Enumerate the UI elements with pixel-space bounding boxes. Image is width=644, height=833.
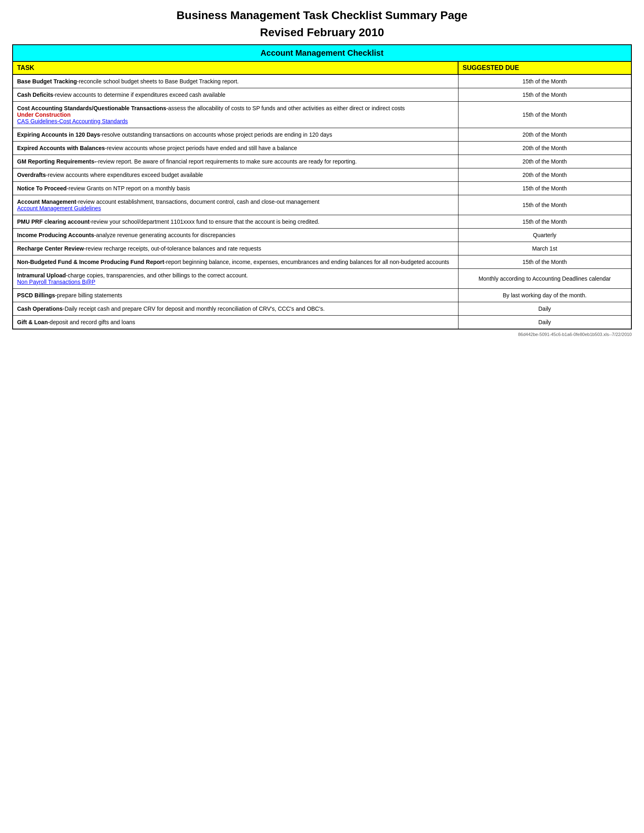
table-row: Intramural Upload-charge copies, transpa… — [13, 268, 631, 288]
task-cell: PSCD Billings-prepare billing statements — [13, 288, 458, 302]
task-normal-text: -charge copies, transparencies, and othe… — [66, 272, 248, 279]
task-cell: Cost Accounting Standards/Questionable T… — [13, 101, 458, 128]
task-bold-text: Intramural Upload — [17, 272, 66, 279]
task-cell: Non-Budgeted Fund & Income Producing Fun… — [13, 255, 458, 268]
due-cell: 15th of the Month — [458, 74, 631, 88]
table-row: Base Budget Tracking-reconcile school bu… — [13, 74, 631, 88]
main-table: Account Management Checklist TASK SUGGES… — [12, 44, 632, 329]
task-cell: GM Reporting Requirements--review report… — [13, 155, 458, 168]
task-bold-text: PMU PRF clearing account — [17, 218, 90, 225]
table-row: Notice To Proceed-review Grants on NTP r… — [13, 181, 631, 195]
table-row: Gift & Loan-deposit and record gifts and… — [13, 315, 631, 329]
due-cell: Monthly according to Accounting Deadline… — [458, 268, 631, 288]
table-row: PSCD Billings-prepare billing statements… — [13, 288, 631, 302]
due-cell: 15th of the Month — [458, 101, 631, 128]
task-cell: Recharge Center Review-review recharge r… — [13, 242, 458, 255]
checklist-header: Account Management Checklist — [13, 45, 631, 61]
column-header-row: TASK SUGGESTED DUE — [13, 61, 631, 74]
table-row: Cost Accounting Standards/Questionable T… — [13, 101, 631, 128]
task-bold-text: Recharge Center Review — [17, 245, 84, 252]
under-construction-label: Under Construction — [17, 111, 70, 118]
due-cell: March 1st — [458, 242, 631, 255]
task-cell: Expiring Accounts in 120 Days-resolve ou… — [13, 128, 458, 141]
table-row: PMU PRF clearing account-review your sch… — [13, 215, 631, 228]
task-cell: Expired Accounts with Balances-review ac… — [13, 141, 458, 155]
task-normal-text: -review your school/department 1101xxxx … — [90, 218, 319, 225]
task-normal-text: -review accounts whose project periods h… — [105, 145, 297, 151]
footer: 86d442be-5091-45c6-b1a6-0fe80eb1b503.xls… — [12, 332, 632, 337]
task-bold-text: PSCD Billings — [17, 292, 55, 299]
task-normal-text: -review accounts to determine if expendi… — [53, 92, 225, 98]
task-cell: Base Budget Tracking-reconcile school bu… — [13, 74, 458, 88]
task-cell: Account Management-review account establ… — [13, 195, 458, 215]
task-link[interactable]: CAS Guidelines-Cost Accounting Standards — [17, 118, 128, 124]
task-cell: PMU PRF clearing account-review your sch… — [13, 215, 458, 228]
task-cell: Cash Deficits-review accounts to determi… — [13, 88, 458, 101]
task-bold-text: Overdrafts — [17, 172, 46, 178]
task-link[interactable]: Non Payroll Transactions B@P — [17, 279, 95, 285]
task-cell: Cash Operations-Daily receipt cash and p… — [13, 302, 458, 315]
table-row: Income Producing Accounts-analyze revenu… — [13, 228, 631, 242]
task-bold-text: GM Reporting Requirements- — [17, 158, 96, 165]
task-normal-text: -assess the allocability of costs to SP … — [166, 105, 405, 111]
table-row: Expired Accounts with Balances-review ac… — [13, 141, 631, 155]
task-normal-text: -review recharge receipts, out-of-tolera… — [84, 245, 261, 252]
task-bold-text: Expired Accounts with Balances — [17, 145, 105, 151]
task-bold-text: Cost Accounting Standards/Questionable T… — [17, 105, 166, 111]
table-row: Cash Operations-Daily receipt cash and p… — [13, 302, 631, 315]
task-cell: Overdrafts-review accounts where expendi… — [13, 168, 458, 181]
task-bold-text: Non-Budgeted Fund & Income Producing Fun… — [17, 259, 164, 265]
task-cell: Notice To Proceed-review Grants on NTP r… — [13, 181, 458, 195]
due-cell: 15th of the Month — [458, 181, 631, 195]
task-bold-text: Cash Deficits — [17, 92, 53, 98]
table-row: Cash Deficits-review accounts to determi… — [13, 88, 631, 101]
due-cell: 20th of the Month — [458, 155, 631, 168]
due-cell: 20th of the Month — [458, 141, 631, 155]
task-cell: Income Producing Accounts-analyze revenu… — [13, 228, 458, 242]
task-normal-text: -reconcile school budget sheets to Base … — [77, 78, 239, 85]
col-task-header: TASK — [13, 61, 458, 74]
task-bold-text: Gift & Loan — [17, 319, 48, 325]
task-cell: Intramural Upload-charge copies, transpa… — [13, 268, 458, 288]
due-cell: 15th of the Month — [458, 255, 631, 268]
due-cell: 15th of the Month — [458, 195, 631, 215]
task-normal-text: -review accounts where expenditures exce… — [46, 172, 203, 178]
due-cell: 15th of the Month — [458, 215, 631, 228]
due-cell: 15th of the Month — [458, 88, 631, 101]
task-link[interactable]: Account Management Guidelines — [17, 205, 101, 212]
checklist-header-row: Account Management Checklist — [13, 45, 631, 61]
task-cell: Gift & Loan-deposit and record gifts and… — [13, 315, 458, 329]
task-normal-text: -review account establishment, transacti… — [76, 198, 319, 205]
task-normal-text: -deposit and record gifts and loans — [48, 319, 135, 325]
page-title: Business Management Task Checklist Summa… — [12, 8, 632, 40]
task-normal-text: -review report. Be aware of financial re… — [96, 158, 356, 165]
task-normal-text: -review Grants on NTP report on a monthl… — [67, 185, 190, 192]
task-normal-text: -prepare billing statements — [55, 292, 122, 299]
due-cell: 20th of the Month — [458, 168, 631, 181]
table-row: Recharge Center Review-review recharge r… — [13, 242, 631, 255]
task-bold-text: Account Management — [17, 198, 76, 205]
col-due-header: SUGGESTED DUE — [458, 61, 631, 74]
task-normal-text: -analyze revenue generating accounts for… — [94, 232, 235, 238]
table-row: Non-Budgeted Fund & Income Producing Fun… — [13, 255, 631, 268]
task-bold-text: Income Producing Accounts — [17, 232, 94, 238]
due-cell: Daily — [458, 315, 631, 329]
task-normal-text: -resolve outstanding transactions on acc… — [100, 131, 332, 138]
task-bold-text: Expiring Accounts in 120 Days — [17, 131, 100, 138]
table-row: GM Reporting Requirements--review report… — [13, 155, 631, 168]
task-bold-text: Notice To Proceed — [17, 185, 67, 192]
table-row: Expiring Accounts in 120 Days-resolve ou… — [13, 128, 631, 141]
task-bold-text: Base Budget Tracking — [17, 78, 77, 85]
table-row: Overdrafts-review accounts where expendi… — [13, 168, 631, 181]
task-normal-text: -Daily receipt cash and prepare CRV for … — [63, 305, 325, 312]
due-cell: By last working day of the month. — [458, 288, 631, 302]
table-row: Account Management-review account establ… — [13, 195, 631, 215]
due-cell: Quarterly — [458, 228, 631, 242]
due-cell: 20th of the Month — [458, 128, 631, 141]
task-normal-text: -report beginning balance, income, expen… — [164, 259, 449, 265]
task-bold-text: Cash Operations — [17, 305, 63, 312]
due-cell: Daily — [458, 302, 631, 315]
